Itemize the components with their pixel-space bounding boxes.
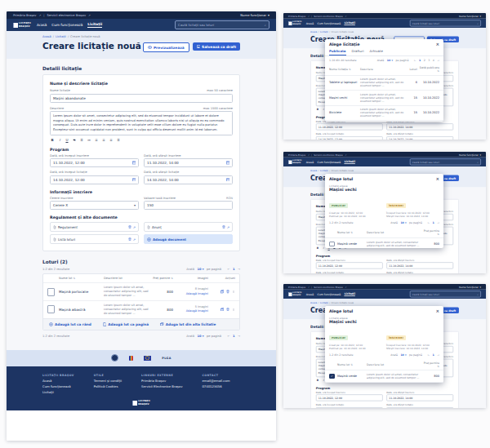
topbar-link-servicii[interactable]: Servicii electronice Brașov xyxy=(314,15,343,17)
open-document-icon[interactable]: ↗ xyxy=(133,225,136,229)
nav-item-cum-functioneaza[interactable]: Cum funcționează xyxy=(51,23,82,28)
nav-item-acasa[interactable]: Acasă xyxy=(37,23,47,28)
page-number[interactable]: 3 xyxy=(428,59,430,62)
page-number[interactable]: 1 xyxy=(419,59,421,62)
checkbox-checked[interactable]: ✓ xyxy=(329,374,335,379)
page-number[interactable]: 1 xyxy=(433,353,434,357)
document-chip-anunt[interactable]: Anunț ↗ xyxy=(144,222,233,232)
data-inceput-licitatie-input[interactable]: 14.10.2022, 12:00 xyxy=(50,175,139,184)
checkbox-unchecked[interactable] xyxy=(329,242,335,247)
add-lot-row-button[interactable]: Adaugă lot ca rând xyxy=(49,322,91,326)
site-logo[interactable]: LicitațiiBrașov xyxy=(288,21,301,25)
document-icon[interactable] xyxy=(47,288,55,296)
breadcrumb-licitatii[interactable]: Licitații xyxy=(56,35,66,38)
footer-link[interactable]: Licitații xyxy=(42,390,74,394)
page-number[interactable]: 1 xyxy=(233,268,235,271)
document-icon[interactable] xyxy=(47,305,55,313)
col-pret-pornire[interactable]: Preț pornire ⇅ xyxy=(421,229,439,236)
licitatie-row[interactable]: Tablete și laptopuri Lorem ipsum dolor s… xyxy=(325,75,443,91)
data-sfarsit-inscriere-input[interactable]: 11.10.2022, 14:00 xyxy=(144,158,233,167)
lot-row-selected[interactable]: ✓ Mașină verde Lorem ipsum dolor sit ame… xyxy=(325,370,443,381)
date-input[interactable]: 14.10.2022, 14:00 xyxy=(386,136,453,140)
open-document-icon[interactable]: ↗ xyxy=(227,225,229,229)
bold-icon[interactable]: B xyxy=(50,138,55,142)
add-images-link[interactable]: Adaugă imagini xyxy=(186,292,208,295)
copy-icon[interactable] xyxy=(220,290,225,294)
prev-page-icon[interactable]: ← xyxy=(227,335,229,338)
strikethrough-icon[interactable]: S xyxy=(72,138,77,142)
user-menu[interactable]: Nume funcționar▾ xyxy=(459,15,481,18)
align-right-icon[interactable]: ≡ xyxy=(109,138,114,142)
breadcrumb-licitatii[interactable]: Licitații xyxy=(320,31,328,33)
page-number[interactable]: 2 xyxy=(424,59,425,62)
lot-row[interactable]: Mașină verde Lorem ipsum dolor sit amet,… xyxy=(325,237,443,248)
tab-publicate[interactable]: Publicate xyxy=(329,49,346,55)
close-icon[interactable]: × xyxy=(435,309,439,314)
licitatie-row[interactable]: Scaune Lorem ipsum dolor sit amet, conse… xyxy=(325,120,443,122)
trash-icon[interactable] xyxy=(226,290,229,294)
footer-link[interactable]: Cum funcționează xyxy=(42,384,74,388)
descriere-textarea[interactable]: Lorem ipsum dolor sit amet, consectetur … xyxy=(50,111,233,135)
date-input[interactable]: 11.10.2022, 12:00 xyxy=(316,123,383,130)
per-page-select[interactable]: 10 ▾ xyxy=(400,221,406,224)
breadcrumb-acasa[interactable]: Acasă xyxy=(42,35,51,38)
col-pret-pornire[interactable]: Preț pornire ⇅ xyxy=(152,277,173,280)
align-left-icon[interactable]: ≡ xyxy=(94,138,99,142)
search-input[interactable]: Caută licitații sau loturi⌕ xyxy=(410,20,481,26)
nav-item-acasa[interactable]: Acasă xyxy=(306,21,314,25)
next-page-icon[interactable]: → xyxy=(437,59,439,62)
prev-page-icon[interactable]: ← xyxy=(427,221,430,224)
open-document-icon[interactable]: ↗ xyxy=(133,237,136,242)
trash-icon[interactable] xyxy=(128,237,131,242)
prev-page-icon[interactable]: ← xyxy=(227,268,229,271)
user-menu[interactable]: Nume funcționar ▾ xyxy=(240,13,270,17)
trash-icon[interactable] xyxy=(226,308,229,312)
footer-link[interactable]: Acasă xyxy=(42,379,74,383)
numbered-list-icon[interactable]: ≔ xyxy=(87,138,91,142)
trash-icon[interactable] xyxy=(222,225,225,229)
drag-handle-icon[interactable] xyxy=(232,308,235,312)
preview-button[interactable]: Previzualizează xyxy=(143,42,189,52)
col-nume-licitatie[interactable]: Nume licitație ⇅ xyxy=(329,68,359,71)
document-chip-lista-loturi[interactable]: Listă loturi ↗ xyxy=(50,234,139,244)
copy-icon[interactable] xyxy=(220,308,225,312)
page-number[interactable]: 4 xyxy=(433,59,434,62)
add-lot-from-auction-button[interactable]: Aduga lot din alta licitatie xyxy=(160,322,216,326)
nav-item-licitatii[interactable]: Licitații xyxy=(87,22,102,28)
prev-page-icon[interactable]: ← xyxy=(414,59,416,62)
footer-email[interactable]: email@email.com xyxy=(202,379,229,383)
site-logo[interactable]: LicitațiiBrașov xyxy=(13,22,31,27)
breadcrumb-acasa[interactable]: Acasă xyxy=(310,31,317,33)
next-page-icon[interactable]: → xyxy=(238,335,240,338)
per-page-select[interactable]: 10 ▾ xyxy=(387,59,393,62)
cerere-select[interactable]: Cerere X ▾ xyxy=(50,201,139,210)
search-input[interactable]: Caută licitații sau loturi ⌕ xyxy=(175,20,270,29)
tab-arhivate[interactable]: Arhivate xyxy=(369,49,382,55)
data-sfarsit-licitatie-input[interactable]: 14.10.2022, 14:00 xyxy=(144,175,233,184)
drag-handle-icon[interactable] xyxy=(232,290,235,294)
tab-drafturi[interactable]: Drafturi xyxy=(352,49,364,55)
next-page-icon[interactable]: → xyxy=(238,268,240,271)
date-input[interactable]: 14.10.2022, 12:00 xyxy=(316,136,383,140)
licitatie-row[interactable]: Mașini vechi Lorem ipsum dolor sit amet,… xyxy=(325,90,443,105)
per-page-select[interactable]: 10 ▾ xyxy=(197,268,203,271)
date-input[interactable]: 11.10.2022, 14:00 xyxy=(386,123,453,130)
page-number[interactable]: 1 xyxy=(433,221,434,224)
add-document-button[interactable]: Adaugă document xyxy=(144,234,233,244)
next-page-icon[interactable]: → xyxy=(437,353,439,357)
add-images-link[interactable]: Adaugă imagini xyxy=(186,309,208,313)
footer-link[interactable]: Politică Cookies xyxy=(94,384,122,388)
nav-item-licitatii[interactable]: Licitații xyxy=(345,21,355,25)
nav-item-cum-functioneaza[interactable]: Cum funcționează xyxy=(318,21,341,25)
footer-link[interactable]: Servicii Electronice Brașov xyxy=(141,384,182,388)
data-inceput-inscriere-input[interactable]: 11.10.2022, 12:00 xyxy=(50,158,139,167)
col-pret-pornire[interactable]: Preț pornire ⇅ xyxy=(421,362,439,368)
underline-icon[interactable]: U xyxy=(65,138,69,142)
col-nume-lot[interactable]: Nume lot ⇅ xyxy=(59,277,101,280)
save-draft-button[interactable]: Salvează ca draft xyxy=(193,42,240,51)
bullet-list-icon[interactable]: ≣ xyxy=(79,138,84,142)
per-page-select[interactable]: 10 ▾ xyxy=(197,335,203,338)
footer-link[interactable]: Primăria Brașov xyxy=(141,379,182,383)
close-icon[interactable]: × xyxy=(435,177,439,182)
footer-phone[interactable]: 0740123456 xyxy=(202,384,229,388)
